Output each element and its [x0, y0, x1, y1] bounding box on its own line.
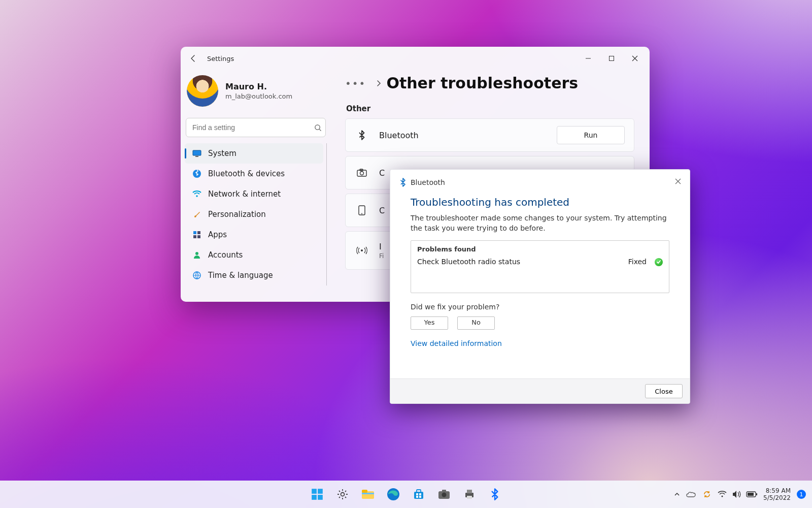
- search-box[interactable]: [186, 118, 326, 137]
- titlebar: Settings: [181, 47, 650, 70]
- troubleshooter-dialog: Bluetooth Troubleshooting has completed …: [390, 169, 690, 404]
- run-button-label: Run: [584, 131, 598, 139]
- svg-rect-35: [419, 496, 421, 498]
- card-label: C: [379, 168, 385, 178]
- sidebar: Mauro H. m_lab@outlook.com System Blueto…: [181, 70, 331, 302]
- nav-apps[interactable]: Apps: [185, 225, 323, 245]
- tray-update-icon[interactable]: [702, 490, 712, 499]
- svg-rect-1: [610, 56, 614, 61]
- avatar: [187, 75, 218, 107]
- svg-rect-45: [748, 493, 754, 496]
- yes-label: Yes: [424, 318, 435, 327]
- profile-name: Mauro H.: [225, 82, 292, 91]
- nav-label: Apps: [208, 230, 227, 239]
- svg-point-25: [341, 493, 345, 496]
- back-button[interactable]: [185, 50, 202, 67]
- nav-system[interactable]: System: [185, 143, 323, 164]
- tray-onedrive-icon[interactable]: [686, 491, 696, 498]
- tray-battery-icon[interactable]: [746, 491, 757, 497]
- search-icon: [310, 124, 325, 132]
- svg-rect-40: [467, 490, 472, 493]
- window-title: Settings: [207, 55, 234, 62]
- svg-rect-34: [416, 496, 418, 498]
- window-close-button[interactable]: [623, 50, 647, 67]
- chevron-right-icon: [376, 80, 381, 87]
- svg-rect-41: [467, 496, 472, 499]
- signal-icon: [355, 246, 369, 255]
- nav-label: Time & language: [208, 271, 273, 280]
- section-label: Other: [346, 104, 634, 113]
- no-button[interactable]: No: [457, 316, 495, 330]
- troubleshooter-card-bluetooth[interactable]: Bluetooth Run: [345, 118, 634, 152]
- wifi-icon: [190, 190, 204, 198]
- svg-rect-27: [362, 490, 367, 493]
- clock[interactable]: 8:59 AM 5/5/2022: [763, 487, 791, 502]
- accounts-icon: [190, 251, 204, 259]
- svg-point-16: [360, 172, 364, 175]
- svg-rect-33: [419, 493, 421, 495]
- paintbrush-icon: [190, 210, 204, 218]
- svg-rect-44: [756, 493, 757, 495]
- svg-rect-15: [357, 170, 366, 176]
- taskbar-store-icon[interactable]: [408, 484, 429, 505]
- nav-time-language[interactable]: Time & language: [185, 265, 323, 285]
- view-detailed-link[interactable]: View detailed information: [411, 339, 502, 349]
- card-label-line2: Fi: [379, 252, 384, 260]
- svg-rect-11: [193, 235, 196, 238]
- apps-icon: [190, 231, 204, 239]
- close-button[interactable]: Close: [645, 384, 683, 398]
- problems-box: Problems found Check Bluetooth radio sta…: [411, 240, 669, 293]
- nav-label: Bluetooth & devices: [208, 169, 285, 178]
- svg-point-19: [361, 213, 362, 214]
- svg-point-37: [442, 493, 447, 497]
- svg-rect-24: [318, 495, 323, 500]
- svg-rect-10: [197, 231, 200, 234]
- svg-point-20: [361, 249, 363, 251]
- notification-badge[interactable]: 1: [797, 490, 806, 499]
- system-tray[interactable]: 8:59 AM 5/5/2022 1: [674, 487, 806, 502]
- taskbar-edge-icon[interactable]: [383, 484, 404, 505]
- search-input[interactable]: [186, 123, 310, 132]
- nav-list: System Bluetooth & devices Network & int…: [185, 143, 327, 285]
- notification-count: 1: [800, 491, 803, 498]
- nav-accounts[interactable]: Accounts: [185, 245, 323, 265]
- tray-chevron-icon[interactable]: [674, 491, 680, 497]
- nav-label: Personalization: [208, 210, 266, 219]
- svg-rect-9: [193, 231, 196, 234]
- nav-bluetooth-devices[interactable]: Bluetooth & devices: [185, 164, 323, 184]
- tray-volume-icon[interactable]: [732, 490, 741, 498]
- svg-point-2: [315, 124, 319, 129]
- nav-personalization[interactable]: Personalization: [185, 204, 323, 225]
- yes-button[interactable]: Yes: [411, 316, 448, 330]
- run-button[interactable]: Run: [557, 126, 625, 144]
- window-maximize-button[interactable]: [600, 50, 623, 67]
- dialog-close-icon[interactable]: [670, 174, 686, 189]
- svg-rect-32: [416, 493, 418, 495]
- svg-point-8: [196, 195, 198, 197]
- svg-rect-28: [362, 493, 374, 494]
- nav-network-internet[interactable]: Network & internet: [185, 184, 323, 204]
- smartphone-icon: [355, 205, 369, 215]
- tray-wifi-icon[interactable]: [718, 491, 727, 498]
- taskbar-printer-icon[interactable]: [459, 484, 480, 505]
- dialog-message: The troubleshooter made some changes to …: [411, 213, 669, 233]
- nav-label: Network & internet: [208, 189, 281, 199]
- taskbar-settings-icon[interactable]: [332, 484, 353, 505]
- problem-row: Check Bluetooth radio status Fixed: [417, 257, 663, 267]
- nav-label: Accounts: [208, 250, 243, 260]
- bluetooth-icon: [190, 170, 204, 178]
- breadcrumb-menu-icon[interactable]: •••: [345, 77, 366, 89]
- bluetooth-icon: [355, 130, 369, 140]
- profile-block[interactable]: Mauro H. m_lab@outlook.com: [185, 70, 327, 116]
- clock-date: 5/5/2022: [763, 494, 791, 501]
- svg-rect-6: [195, 156, 198, 157]
- problem-status: Fixed: [628, 257, 647, 267]
- camera-icon: [355, 169, 369, 177]
- card-label: Bluetooth: [379, 131, 419, 140]
- taskbar-camera-icon[interactable]: [433, 484, 455, 505]
- window-minimize-button[interactable]: [577, 50, 600, 67]
- start-button[interactable]: [307, 484, 328, 505]
- taskbar-bluetooth-icon[interactable]: [484, 484, 505, 505]
- taskbar-explorer-icon[interactable]: [357, 484, 379, 505]
- dialog-title: Troubleshooting has completed: [390, 187, 690, 213]
